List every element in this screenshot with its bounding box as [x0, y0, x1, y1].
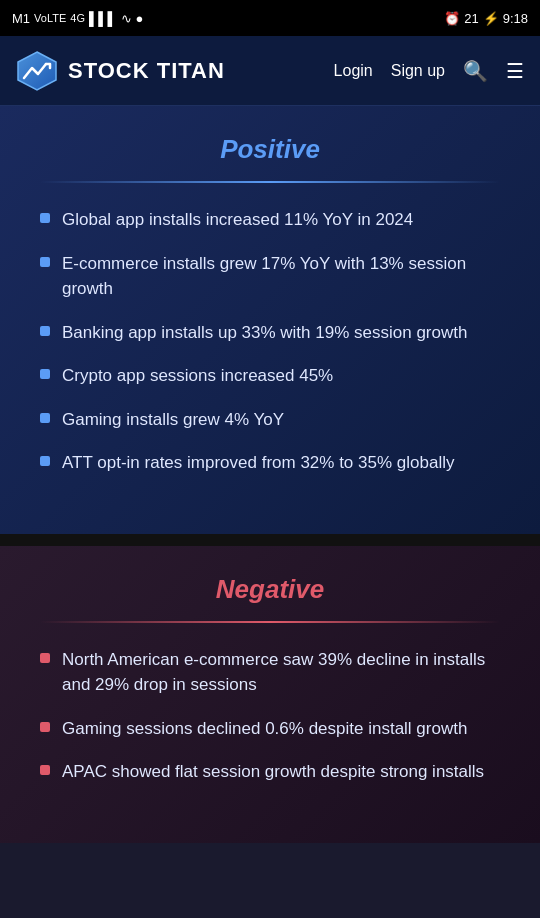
login-link[interactable]: Login: [334, 62, 373, 80]
network-label: VoLTE: [34, 12, 66, 24]
battery-label: 21: [464, 11, 478, 26]
svg-marker-0: [18, 52, 56, 90]
list-item-text: Gaming installs grew 4% YoY: [62, 407, 284, 433]
list-item-text: Banking app installs up 33% with 19% ses…: [62, 320, 467, 346]
positive-title: Positive: [40, 134, 500, 165]
list-item: Banking app installs up 33% with 19% ses…: [40, 320, 500, 346]
bullet-marker: [40, 413, 50, 423]
list-item-text: North American e-commerce saw 39% declin…: [62, 647, 500, 698]
negative-list: North American e-commerce saw 39% declin…: [40, 647, 500, 785]
list-item-text: E-commerce installs grew 17% YoY with 13…: [62, 251, 500, 302]
list-item: Gaming installs grew 4% YoY: [40, 407, 500, 433]
positive-section: Positive Global app installs increased 1…: [0, 106, 540, 534]
positive-list: Global app installs increased 11% YoY in…: [40, 207, 500, 476]
menu-icon[interactable]: ☰: [506, 59, 524, 83]
header-nav: Login Sign up 🔍 ☰: [334, 59, 524, 83]
status-right: ⏰ 21 ⚡ 9:18: [444, 11, 528, 26]
header: STOCK TITAN Login Sign up 🔍 ☰: [0, 36, 540, 106]
charging-icon: ⚡: [483, 11, 499, 26]
bullet-marker: [40, 765, 50, 775]
carrier-label: M1: [12, 11, 30, 26]
bullet-marker: [40, 326, 50, 336]
logo-icon: [16, 50, 58, 92]
content: Positive Global app installs increased 1…: [0, 106, 540, 843]
bullet-marker: [40, 456, 50, 466]
list-item: North American e-commerce saw 39% declin…: [40, 647, 500, 698]
bullet-marker: [40, 653, 50, 663]
negative-divider: [40, 621, 500, 623]
list-item: Crypto app sessions increased 45%: [40, 363, 500, 389]
list-item: Global app installs increased 11% YoY in…: [40, 207, 500, 233]
negative-section: Negative North American e-commerce saw 3…: [0, 546, 540, 843]
list-item-text: Global app installs increased 11% YoY in…: [62, 207, 413, 233]
list-item-text: ATT opt-in rates improved from 32% to 35…: [62, 450, 454, 476]
bullet-marker: [40, 213, 50, 223]
list-item-text: APAC showed flat session growth despite …: [62, 759, 484, 785]
signal-icon: ▌▌▌: [89, 11, 117, 26]
list-item: Gaming sessions declined 0.6% despite in…: [40, 716, 500, 742]
list-item: ATT opt-in rates improved from 32% to 35…: [40, 450, 500, 476]
list-item-text: Crypto app sessions increased 45%: [62, 363, 333, 389]
bullet-marker: [40, 257, 50, 267]
alarm-icon: ⏰: [444, 11, 460, 26]
list-item-text: Gaming sessions declined 0.6% despite in…: [62, 716, 467, 742]
logo-text: STOCK TITAN: [68, 58, 225, 84]
bullet-marker: [40, 369, 50, 379]
search-icon[interactable]: 🔍: [463, 59, 488, 83]
list-item: APAC showed flat session growth despite …: [40, 759, 500, 785]
wifi-icon: ∿: [121, 11, 132, 26]
network-type: 4G: [70, 12, 85, 24]
signup-link[interactable]: Sign up: [391, 62, 445, 80]
status-left: M1 VoLTE 4G ▌▌▌ ∿ ●: [12, 11, 143, 26]
bullet-marker: [40, 722, 50, 732]
negative-title: Negative: [40, 574, 500, 605]
list-item: E-commerce installs grew 17% YoY with 13…: [40, 251, 500, 302]
status-bar: M1 VoLTE 4G ▌▌▌ ∿ ● ⏰ 21 ⚡ 9:18: [0, 0, 540, 36]
positive-divider: [40, 181, 500, 183]
time-label: 9:18: [503, 11, 528, 26]
whatsapp-icon: ●: [136, 11, 144, 26]
section-gap: [0, 534, 540, 546]
logo-container: STOCK TITAN: [16, 50, 225, 92]
